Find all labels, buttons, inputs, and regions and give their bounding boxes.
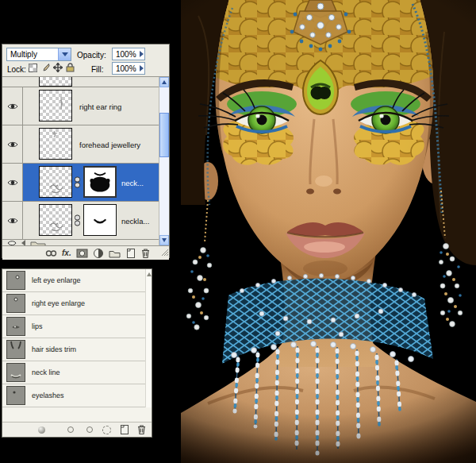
blend-mode-dropdown[interactable]: Multiply	[6, 48, 71, 61]
layer-row-forehead-jewellery[interactable]: forehead jewellery	[2, 125, 160, 164]
lock-transparency-icon[interactable]	[29, 64, 37, 72]
snapshot-thumbnail[interactable]	[6, 294, 25, 313]
layer-name[interactable]: neck...	[121, 179, 144, 187]
layer-row-neck[interactable]: neck...	[2, 164, 160, 202]
snapshots-panel-footer	[2, 422, 152, 437]
layer-name[interactable]: right ear ring	[79, 102, 121, 111]
snapshot-thumbnail[interactable]	[6, 363, 25, 382]
lock-label: Lock:	[7, 65, 26, 74]
new-group-icon[interactable]	[109, 249, 121, 258]
mask-link-icon[interactable]	[74, 176, 81, 191]
layer-name[interactable]: forehead jewellery	[79, 141, 140, 149]
layer-thumbnail[interactable]	[39, 166, 72, 198]
snapshot-row-left-eye-enlarge[interactable]: left eye enlarge	[2, 269, 148, 292]
eye-icon	[7, 141, 18, 149]
circle-icon[interactable]	[86, 426, 93, 433]
snapshots-panel: left eye enlarge right eye enlarge lips …	[2, 268, 152, 438]
chevron-down-icon[interactable]	[58, 48, 71, 60]
delete-icon[interactable]	[136, 424, 147, 435]
snapshot-name[interactable]: lips	[32, 322, 43, 330]
snapshot-row-right-eye-enlarge[interactable]: right eye enlarge	[2, 292, 148, 315]
eye-icon	[7, 179, 18, 187]
layer-thumbnail[interactable]	[39, 90, 72, 122]
layer-name[interactable]: neckla...	[121, 217, 149, 226]
snapshot-thumbnail[interactable]	[6, 317, 25, 336]
visibility-toggle[interactable]	[2, 125, 23, 163]
eye-icon	[7, 217, 18, 225]
resize-grip-icon[interactable]	[162, 245, 168, 259]
layers-scrollbar[interactable]	[159, 77, 169, 245]
layer-row-right-ear-ring[interactable]: right ear ring	[2, 87, 160, 125]
mask-link-icon[interactable]	[74, 214, 81, 230]
eye-icon	[7, 102, 18, 110]
opacity-label: Opacity:	[77, 51, 106, 60]
snapshot-name[interactable]: hair sides trim	[32, 345, 76, 353]
snapshot-name[interactable]: right eye enlarge	[32, 299, 85, 307]
new-snapshot-icon[interactable]	[119, 424, 129, 435]
snapshot-row-eyelashes[interactable]: eyelashes	[2, 384, 148, 407]
layer-thumbnail[interactable]	[39, 128, 72, 160]
opacity-spinner-icon[interactable]	[140, 51, 144, 57]
layer-style-icon[interactable]: fx.	[62, 249, 71, 257]
scrollbar-thumb[interactable]	[159, 113, 169, 157]
layer-thumbnail[interactable]	[39, 204, 72, 236]
adjustment-layer-icon[interactable]	[93, 248, 104, 259]
circle-icon[interactable]	[67, 426, 74, 433]
snapshot-thumbnail[interactable]	[6, 386, 25, 405]
lock-paint-icon[interactable]	[40, 63, 50, 72]
layers-list: right ear ring forehead jewellery	[2, 77, 169, 245]
link-layers-icon[interactable]	[45, 249, 57, 257]
fill-spinner-icon[interactable]	[140, 65, 144, 71]
snapshot-row-neck-line[interactable]: neck line	[2, 361, 148, 384]
delete-layer-icon[interactable]	[140, 248, 151, 259]
lock-all-icon[interactable]	[66, 63, 75, 72]
layer-row-necklace[interactable]: neckla...	[2, 202, 160, 240]
lock-position-icon[interactable]	[53, 63, 63, 72]
new-layer-icon[interactable]	[125, 248, 136, 259]
visibility-toggle[interactable]	[2, 87, 23, 125]
opacity-value: 100%	[116, 50, 136, 59]
scroll-up-icon[interactable]	[146, 270, 152, 279]
scroll-up-icon[interactable]	[159, 77, 169, 87]
fill-value: 100%	[116, 64, 136, 73]
snapshot-thumbnail[interactable]	[6, 271, 25, 290]
fill-label: Fill:	[91, 65, 104, 74]
layer-mask-thumbnail[interactable]	[83, 166, 117, 198]
snapshot-thumbnail[interactable]	[6, 340, 25, 359]
opacity-field[interactable]: 100%	[112, 48, 145, 60]
fill-field[interactable]: 100%	[112, 62, 145, 75]
sphere-icon[interactable]	[38, 426, 45, 434]
fuzzy-circle-icon[interactable]	[102, 426, 111, 434]
snapshot-row-hair-sides-trim[interactable]: hair sides trim	[2, 338, 148, 361]
snapshots-scrollbar[interactable]	[145, 269, 152, 407]
snapshot-name[interactable]: eyelashes	[32, 392, 64, 399]
layers-panel: Multiply Opacity: 100% Lock:	[2, 44, 170, 258]
blend-mode-value: Multiply	[10, 50, 37, 59]
add-mask-icon[interactable]	[76, 249, 88, 258]
layer-mask-thumbnail[interactable]	[83, 204, 117, 236]
layers-panel-footer: fx.	[2, 245, 169, 260]
photoshop-workspace: Multiply Opacity: 100% Lock:	[0, 0, 476, 463]
layers-panel-header: Multiply Opacity: 100% Lock:	[2, 44, 169, 77]
snapshot-name[interactable]: neck line	[32, 368, 60, 376]
visibility-toggle[interactable]	[2, 164, 23, 201]
snapshot-name[interactable]: left eye enlarge	[32, 276, 81, 284]
layer-row-partial-group[interactable]	[2, 238, 160, 245]
snapshot-row-lips[interactable]: lips	[2, 315, 148, 338]
visibility-toggle[interactable]	[2, 202, 23, 239]
layer-thumbnail-partial[interactable]	[39, 77, 72, 87]
